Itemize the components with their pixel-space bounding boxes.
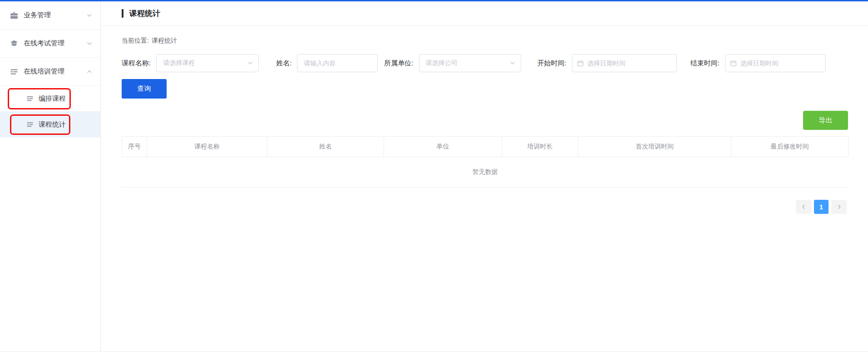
- page-number-1[interactable]: 1: [814, 200, 829, 214]
- sidebar-item-online-training-management[interactable]: 在线培训管理: [0, 58, 100, 86]
- sidebar-item-label: 在线考试管理: [24, 39, 87, 48]
- search-button[interactable]: 查询: [122, 79, 167, 99]
- chevron-down-icon: [87, 41, 92, 46]
- chevron-right-icon: [837, 204, 842, 209]
- sidebar-item-label: 在线培训管理: [24, 67, 87, 76]
- start-time-input[interactable]: [587, 59, 672, 67]
- filter-course: 课程名称: 请选择课程: [122, 54, 259, 72]
- table-header-row: 序号 课程名称 姓名 单位 培训时长 首次培训时间 最后修改时间: [122, 137, 848, 157]
- column-header-unit: 单位: [384, 137, 502, 157]
- filter-company: 所属单位: 请选择公司: [384, 54, 521, 72]
- list-icon: [26, 121, 34, 128]
- course-select[interactable]: 请选择课程: [156, 54, 259, 72]
- name-input[interactable]: [297, 54, 378, 72]
- sidebar-subitem-label: 编排课程: [39, 94, 66, 103]
- list-icon: [26, 95, 34, 102]
- export-button-row: 导出: [101, 111, 848, 130]
- next-page-button[interactable]: [831, 200, 847, 214]
- sidebar-subitem-arrange-courses[interactable]: 编排课程: [0, 86, 100, 112]
- start-time-picker[interactable]: [572, 54, 677, 72]
- title-accent-bar: [122, 9, 123, 18]
- course-name-label: 课程名称:: [122, 59, 151, 68]
- breadcrumb-prefix: 当前位置:: [122, 37, 149, 44]
- calendar-icon: [730, 60, 737, 67]
- sidebar: 业务管理 在线考试管理 在线培训管理: [0, 1, 101, 351]
- search-button-row: 查询: [101, 72, 868, 99]
- chevron-up-icon: [87, 69, 92, 74]
- filter-name: 姓名:: [276, 54, 378, 72]
- page-title: 课程统计: [129, 8, 160, 19]
- page-header: 课程统计: [101, 1, 868, 26]
- sidebar-subitem-label: 课程统计: [39, 120, 66, 129]
- chevron-down-icon: [510, 60, 515, 66]
- graduation-cap-icon: [10, 40, 18, 48]
- company-select[interactable]: 请选择公司: [419, 54, 521, 72]
- filter-end-time: 结束时间:: [690, 54, 826, 72]
- empty-state-text: 暂无数据: [122, 157, 848, 188]
- sidebar-item-business-management[interactable]: 业务管理: [0, 1, 100, 30]
- filter-row: 课程名称: 请选择课程 姓名: 所属单位: 请选择公司: [122, 54, 848, 72]
- column-header-index: 序号: [122, 137, 147, 157]
- column-header-training-duration: 培训时长: [502, 137, 578, 157]
- main-content: 课程统计 当前位置:课程统计 课程名称: 请选择课程 姓名:: [101, 1, 868, 351]
- column-header-name: 姓名: [267, 137, 384, 157]
- export-button[interactable]: 导出: [803, 111, 848, 130]
- course-select-placeholder: 请选择课程: [163, 59, 195, 67]
- chevron-left-icon: [801, 204, 806, 209]
- app-root: 业务管理 在线考试管理 在线培训管理: [0, 0, 868, 352]
- start-time-label: 开始时间:: [538, 59, 567, 68]
- end-time-input[interactable]: [740, 59, 821, 67]
- body-row: 业务管理 在线考试管理 在线培训管理: [0, 1, 868, 351]
- empty-state-row: 暂无数据: [122, 157, 848, 188]
- pagination: 1: [101, 200, 847, 214]
- sidebar-item-label: 业务管理: [24, 11, 87, 20]
- previous-page-button[interactable]: [796, 200, 811, 214]
- list-icon: [10, 68, 18, 76]
- column-header-course-name: 课程名称: [147, 137, 267, 157]
- sidebar-subitem-course-statistics[interactable]: 课程统计: [0, 112, 100, 138]
- results-table: 序号 课程名称 姓名 单位 培训时长 首次培训时间 最后修改时间 暂无数据: [122, 136, 848, 188]
- end-time-picker[interactable]: [725, 54, 826, 72]
- breadcrumb-current: 课程统计: [152, 37, 177, 44]
- column-header-last-modified-time: 最后修改时间: [731, 137, 848, 157]
- name-label: 姓名:: [276, 59, 291, 68]
- company-select-placeholder: 请选择公司: [426, 59, 458, 67]
- filter-start-time: 开始时间:: [538, 54, 677, 72]
- briefcase-icon: [10, 11, 18, 20]
- results-table-wrap: 序号 课程名称 姓名 单位 培训时长 首次培训时间 最后修改时间 暂无数据: [122, 136, 848, 188]
- chevron-down-icon: [247, 60, 253, 66]
- company-label: 所属单位:: [384, 59, 413, 68]
- column-header-first-training-time: 首次培训时间: [578, 137, 731, 157]
- breadcrumb: 当前位置:课程统计: [122, 37, 868, 45]
- chevron-down-icon: [87, 13, 92, 18]
- end-time-label: 结束时间:: [690, 59, 720, 68]
- sidebar-item-online-exam-management[interactable]: 在线考试管理: [0, 30, 100, 58]
- calendar-icon: [577, 60, 584, 67]
